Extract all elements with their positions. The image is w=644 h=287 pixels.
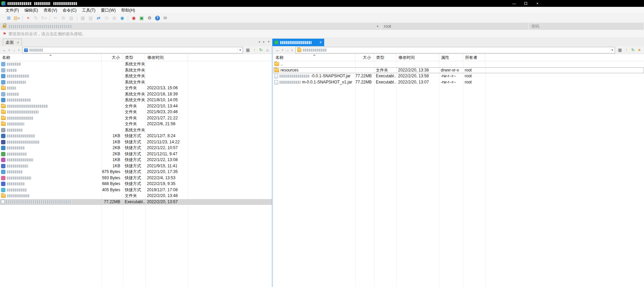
column-header-attrs[interactable]: 属性 — [439, 54, 463, 61]
file-row[interactable]: 1KB快捷方式2021/9/15, 11:41 — [0, 163, 272, 169]
file-row[interactable]: .. — [273, 61, 644, 67]
close-tab-icon[interactable]: × — [319, 40, 322, 45]
file-row[interactable]: 405 Bytes快捷方式2019/12/7, 17:08 — [0, 187, 272, 193]
column-header-owner[interactable]: 所有者 — [463, 54, 485, 61]
file-name-cell: -0.0.1-SNAPSHOT.jar — [273, 73, 355, 79]
file-row[interactable]: 系统文件夹 — [0, 127, 272, 133]
views-button[interactable]: ▦ — [617, 48, 623, 52]
file-row[interactable]: 77.22MBExecutabl...2022/2/20, 13:57 — [0, 199, 272, 205]
file-row[interactable]: 系统文件夹 — [0, 79, 272, 86]
minimize-button[interactable]: — — [508, 0, 520, 7]
paste-button[interactable]: ▥ — [67, 15, 75, 22]
column-header-size[interactable]: 大小 — [101, 54, 123, 61]
cut-button[interactable]: ✂ — [52, 15, 59, 22]
file-row[interactable]: 文件夹2022/2/20, 13:48 — [0, 193, 272, 199]
menu-window[interactable]: 窗口(W) — [98, 7, 118, 14]
column-header-type[interactable]: 类型 — [123, 54, 145, 61]
file-row[interactable]: 2KB快捷方式2022/1/22, 10:57 — [0, 145, 272, 151]
menu-file[interactable]: 文件(F) — [3, 7, 22, 14]
back-button[interactable]: ← — [275, 48, 281, 52]
close-tab-icon[interactable]: × — [17, 40, 19, 45]
back-button[interactable]: ← — [1, 48, 8, 52]
username-input[interactable] — [382, 23, 528, 29]
maximize-button[interactable] — [520, 0, 532, 7]
menu-edit[interactable]: 编辑(E) — [22, 7, 41, 14]
file-cell: 405 Bytes — [101, 187, 123, 193]
column-header-mtime[interactable]: 修改时间 — [145, 54, 188, 61]
file-row[interactable]: 1KB快捷方式2021/11/23, 14:22 — [0, 139, 272, 145]
app-icon — [1, 1, 5, 5]
file-row[interactable]: 系统文件夹2022/2/16, 18:39 — [0, 91, 272, 97]
file-row[interactable]: 文件夹2022/2/13, 15:06 — [0, 85, 272, 91]
menu-view[interactable]: 查看(V) — [41, 7, 60, 14]
column-header-name[interactable]: 名称 — [273, 54, 355, 61]
record-button[interactable]: ◉ — [130, 15, 138, 22]
refresh-button[interactable]: ↻ — [258, 48, 264, 52]
column-header-type[interactable]: 类型 — [374, 54, 396, 61]
copy-button[interactable]: ⧉ — [59, 15, 67, 22]
log-button[interactable]: ◍ — [110, 15, 118, 22]
tab-remote-session[interactable]: × — [272, 39, 324, 46]
favorites-button[interactable]: ★ — [636, 48, 643, 52]
host-combobox[interactable]: ▾ — [1, 23, 381, 29]
home-button[interactable]: ⌂ — [264, 48, 271, 52]
options-button[interactable]: ⚙ — [146, 15, 153, 22]
forward-button[interactable]: → — [284, 48, 290, 52]
file-row[interactable]: resources文件夹2022/2/20, 13:38drwxr-xr-xro… — [273, 67, 644, 74]
menu-tools[interactable]: 工具(T) — [79, 7, 98, 14]
local-address-combobox[interactable]: ▾ — [22, 47, 243, 53]
back-history-chevron-icon[interactable]: ▾ — [281, 49, 284, 52]
file-row[interactable]: 文件夹2022/1/27, 21:22 — [0, 115, 272, 121]
forward-button[interactable]: → — [11, 48, 17, 52]
file-row[interactable]: 1KB快捷方式2021/12/7, 8:24 — [0, 133, 272, 139]
file-row[interactable]: 系统文件夹 — [0, 73, 272, 79]
file-row[interactable]: 文件夹2022/2/6, 21:56 — [0, 121, 272, 127]
transfer-queue-button[interactable]: ◷ — [102, 15, 110, 22]
file-row[interactable]: 系统文件夹 — [0, 67, 272, 74]
forward-history-chevron-icon[interactable]: ▾ — [290, 49, 294, 52]
file-row[interactable]: 688 Bytes快捷方式2022/2/19, 9:35 — [0, 181, 272, 187]
file-row[interactable]: 系统文件夹2021/8/10, 14:05 — [0, 97, 272, 103]
app-icon — [1, 146, 5, 150]
refresh-button[interactable]: ↻ — [630, 48, 636, 52]
remote-address-combobox[interactable]: ▾ — [296, 47, 615, 53]
reconnect-button[interactable]: ↻ — [32, 15, 40, 22]
file-row[interactable]: 文件夹2021/9/23, 20:46 — [0, 109, 272, 115]
file-row[interactable]: 系统文件夹 — [0, 61, 272, 67]
transfer-button[interactable]: ⇄ — [95, 15, 102, 22]
column-header-mtime[interactable]: 修改时间 — [396, 54, 439, 61]
menu-command[interactable]: 命令(C) — [60, 7, 79, 14]
reconnect-all-button[interactable]: ↻▾ — [40, 15, 48, 22]
column-header-name[interactable]: 名称 — [0, 54, 101, 61]
open-session-button[interactable]: ▤▾ — [13, 15, 20, 22]
feedback-button[interactable]: ✉ — [161, 15, 169, 22]
tab-menu-icon[interactable]: ▾ — [266, 40, 271, 43]
help-button[interactable]: ? — [153, 15, 161, 22]
column-header-size[interactable]: 大小 — [355, 54, 374, 61]
properties-button[interactable]: ▦ — [79, 15, 87, 22]
file-row[interactable]: 593 Bytes快捷方式2022/2/4, 13:53 — [0, 175, 272, 181]
up-directory-button[interactable]: ↑ — [623, 48, 630, 52]
up-directory-button[interactable]: ↑ — [251, 48, 258, 52]
tab-scroll-right-icon[interactable]: ▸ — [262, 40, 266, 43]
menu-help[interactable]: 帮助(H) — [119, 7, 138, 14]
back-history-chevron-icon[interactable]: ▾ — [8, 49, 11, 52]
password-input[interactable] — [529, 23, 643, 29]
views-button[interactable]: ▦ — [245, 48, 251, 52]
file-row[interactable]: 1KB快捷方式2022/1/22, 13:08 — [0, 157, 272, 163]
file-row[interactable]: 2KB快捷方式2021/12/11, 9:47 — [0, 151, 272, 157]
file-row[interactable]: m-0.0.1-SNAPSHOT_v1.jar77.22MBExecutabl.… — [273, 79, 644, 86]
file-row[interactable]: 675 Bytes快捷方式2022/1/20, 17:35 — [0, 169, 272, 175]
forward-history-chevron-icon[interactable]: ▾ — [17, 49, 20, 52]
disconnect-button[interactable]: × — [24, 15, 32, 22]
secure-mode-button[interactable]: ▣ — [138, 15, 146, 22]
compare-button[interactable]: ▧ — [87, 15, 95, 22]
redacted-window-title — [8, 2, 31, 5]
close-button[interactable]: × — [532, 0, 543, 7]
synchronize-button[interactable]: ◉ — [118, 15, 126, 22]
file-row[interactable]: 文件夹2022/2/10, 13:44 — [0, 103, 272, 109]
tab-desktop[interactable]: 桌面 × — [3, 39, 22, 46]
new-session-button[interactable]: ⊞ — [5, 15, 13, 22]
tab-scroll-left-icon[interactable]: ◂ — [257, 40, 261, 43]
file-row[interactable]: -0.0.1-SNAPSHOT.jar77.22MBExecutabl...20… — [273, 73, 644, 79]
